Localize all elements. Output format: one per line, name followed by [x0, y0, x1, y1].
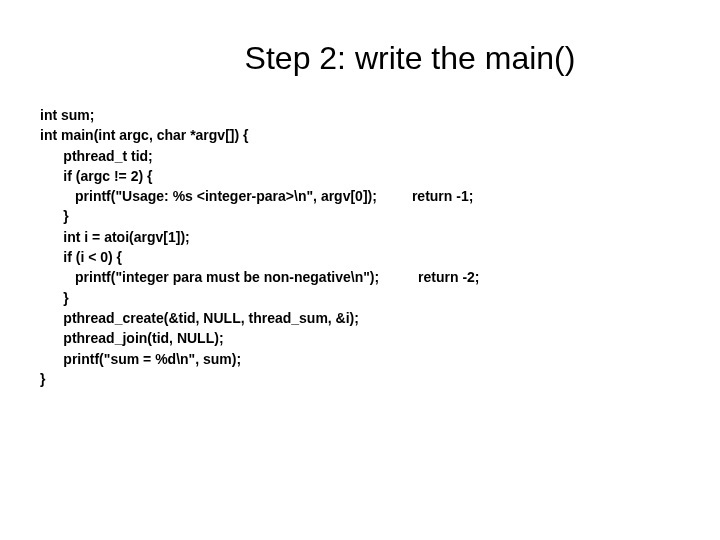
code-line: } — [40, 371, 45, 387]
code-line: printf("sum = %d\n", sum); — [40, 351, 241, 367]
code-line: pthread_join(tid, NULL); — [40, 330, 224, 346]
code-line: if (i < 0) { — [40, 249, 122, 265]
code-line: pthread_create(&tid, NULL, thread_sum, &… — [40, 310, 359, 326]
slide-container: Step 2: write the main() int sum; int ma… — [0, 0, 720, 540]
code-block: int sum; int main(int argc, char *argv[]… — [40, 105, 680, 389]
slide-title: Step 2: write the main() — [40, 40, 680, 77]
code-line: pthread_t tid; — [40, 148, 153, 164]
code-line: int main(int argc, char *argv[]) { — [40, 127, 248, 143]
code-line: if (argc != 2) { — [40, 168, 152, 184]
code-line: printf("Usage: %s <integer-para>\n", arg… — [40, 188, 473, 204]
code-line: printf("integer para must be non-negativ… — [40, 269, 480, 285]
code-line: int i = atoi(argv[1]); — [40, 229, 190, 245]
code-line: } — [40, 290, 69, 306]
code-line: int sum; — [40, 107, 94, 123]
code-line: } — [40, 208, 69, 224]
